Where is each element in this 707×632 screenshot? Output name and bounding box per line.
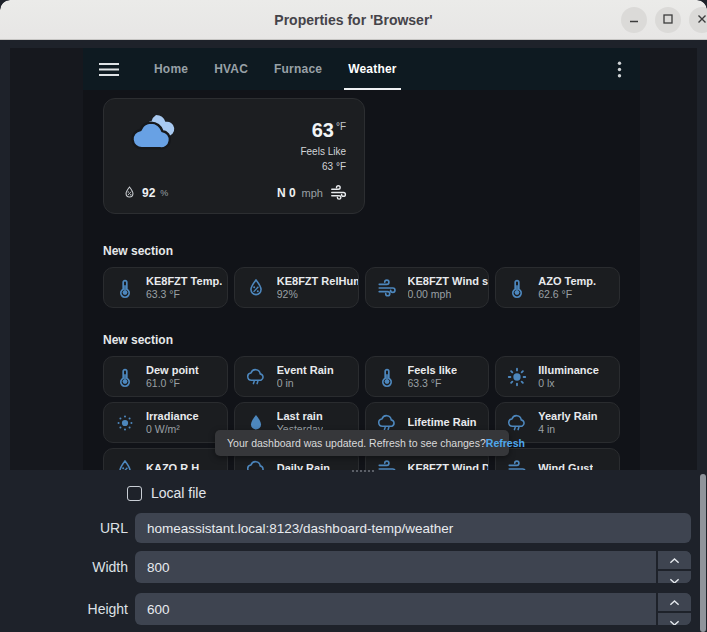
sensor-name: AZO Temp.: [538, 275, 596, 287]
tab-hvac[interactable]: HVAC: [201, 48, 261, 90]
sensor-value: 4 in: [538, 423, 597, 435]
weather-card[interactable]: 63°F Feels Like 63 °F 92 % N 0 mph: [103, 98, 365, 214]
section-title: New section: [103, 333, 620, 347]
sensor-name: Illuminance: [538, 364, 599, 376]
chevron-down-icon: [669, 613, 680, 625]
update-toast: Your dashboard was updated. Refresh to s…: [215, 430, 509, 456]
width-increment-button[interactable]: [658, 551, 691, 571]
sensor-card[interactable]: Feels like63.3 °F: [365, 356, 490, 397]
sensor-card[interactable]: Dew point61.0 °F: [103, 356, 228, 397]
menu-icon[interactable]: [99, 62, 119, 77]
tab-bar: HomeHVACFurnaceWeather: [141, 48, 410, 90]
wind-readout: N 0 mph: [277, 183, 348, 202]
sensor-card[interactable]: KE8FZT Temp.63.3 °F: [103, 267, 228, 308]
tab-weather[interactable]: Weather: [335, 48, 410, 90]
humidity-value: 92: [142, 186, 155, 200]
browser-preview: HomeHVACFurnaceWeather 63°F Feels Like 6…: [10, 48, 697, 470]
section-title: New section: [103, 244, 620, 258]
sensor-value: 63.3 °F: [146, 288, 222, 300]
thermometer-icon: [114, 366, 136, 388]
minimize-button[interactable]: [621, 7, 647, 33]
sensor-name: KE8FZT Wind Di…: [408, 462, 489, 470]
local-file-checkbox[interactable]: [127, 486, 142, 501]
feels-like-value: 63 °F: [300, 161, 346, 172]
sensor-value: 0 W/m²: [146, 423, 199, 435]
maximize-button[interactable]: [655, 7, 681, 33]
height-spinner: [656, 593, 691, 625]
cloudy-icon: [126, 111, 188, 161]
chevron-down-icon: [669, 571, 680, 583]
sensor-card[interactable]: AZO Temp.62.6 °F: [495, 267, 620, 308]
ha-header: HomeHVACFurnaceWeather: [83, 48, 640, 90]
sensor-value: 0 in: [277, 377, 334, 389]
sensor-name: Dew point: [146, 364, 199, 376]
water-percent-icon: [114, 458, 136, 471]
vertical-scrollbar[interactable]: [700, 474, 706, 632]
overflow-menu-icon[interactable]: [617, 61, 622, 78]
sensor-value: 62.6 °F: [538, 288, 596, 300]
width-spinner: [656, 551, 691, 583]
refresh-button[interactable]: Refresh: [486, 437, 525, 449]
wind-icon: [376, 458, 398, 471]
humidity-unit: %: [160, 188, 168, 198]
humidity-readout: 92 %: [122, 185, 168, 200]
sensor-card[interactable]: KAZO R.H.: [103, 448, 228, 470]
sensor-value: 63.3 °F: [408, 377, 458, 389]
thermometer-icon: [114, 277, 136, 299]
sensor-name: KAZO R.H.: [146, 462, 202, 470]
sensor-name: Event Rain: [277, 364, 334, 376]
width-label: Width: [30, 559, 128, 575]
sensor-card[interactable]: Event Rain0 in: [234, 356, 359, 397]
close-icon: [696, 11, 707, 29]
feels-like-label: Feels Like: [300, 146, 346, 157]
sensor-name: Lifetime Rain: [408, 416, 477, 428]
sensor-name: Daily Rain: [277, 462, 330, 470]
height-label: Height: [30, 601, 128, 617]
wind-value: N 0: [277, 186, 296, 200]
sensor-name: Wind Gust: [538, 462, 593, 470]
sensor-card[interactable]: KE8FZT Wind s…0.00 mph: [365, 267, 490, 308]
dashboard-section: New sectionKE8FZT Temp.63.3 °FKE8FZT Rel…: [103, 244, 620, 308]
wind-icon: [506, 458, 528, 471]
local-file-label: Local file: [151, 485, 206, 501]
cloud-rain-icon: [506, 412, 528, 434]
sun-rays-icon: [114, 412, 136, 434]
ha-dashboard-page: HomeHVACFurnaceWeather 63°F Feels Like 6…: [83, 48, 640, 470]
sensor-name: Last rain: [277, 410, 323, 422]
sensor-card[interactable]: Illuminance0 lx: [495, 356, 620, 397]
toast-message: Your dashboard was updated. Refresh to s…: [227, 437, 486, 449]
tab-home[interactable]: Home: [141, 48, 201, 90]
width-input[interactable]: [135, 551, 691, 583]
sensor-value: 0.00 mph: [408, 288, 489, 300]
sensor-value: 0 lx: [538, 377, 599, 389]
wind-unit: mph: [302, 187, 323, 199]
sensor-name: KE8FZT RelHum: [277, 275, 358, 287]
sensor-card[interactable]: Irradiance0 W/m²: [103, 402, 228, 443]
temperature-block: 63°F Feels Like 63 °F: [300, 119, 346, 172]
minimize-icon: [628, 11, 640, 29]
sun-icon: [506, 366, 528, 388]
tab-furnace[interactable]: Furnace: [261, 48, 335, 90]
resize-handle-dots[interactable]: [352, 470, 354, 472]
sensor-card[interactable]: KE8FZT RelHum92%: [234, 267, 359, 308]
cloud-rain-icon: [245, 366, 267, 388]
sensor-value: 92%: [277, 288, 358, 300]
temperature-unit: °F: [336, 121, 346, 132]
thermometer-icon: [506, 277, 528, 299]
titlebar: Properties for 'Browser': [0, 0, 707, 40]
wind-icon: [329, 183, 348, 202]
width-decrement-button[interactable]: [658, 571, 691, 583]
sensor-name: KE8FZT Wind s…: [408, 275, 489, 287]
temperature-value: 63: [312, 119, 334, 141]
height-decrement-button[interactable]: [658, 613, 691, 625]
thermometer-icon: [376, 366, 398, 388]
cloud-rain-icon: [245, 458, 267, 471]
window-title: Properties for 'Browser': [0, 0, 707, 40]
sensor-name: KE8FZT Temp.: [146, 275, 222, 287]
url-input[interactable]: [135, 513, 691, 543]
sensor-card[interactable]: Wind Gust: [495, 448, 620, 470]
sensor-name: Yearly Rain: [538, 410, 597, 422]
height-increment-button[interactable]: [658, 593, 691, 613]
height-input[interactable]: [135, 593, 691, 625]
humidity-icon: [122, 185, 137, 200]
